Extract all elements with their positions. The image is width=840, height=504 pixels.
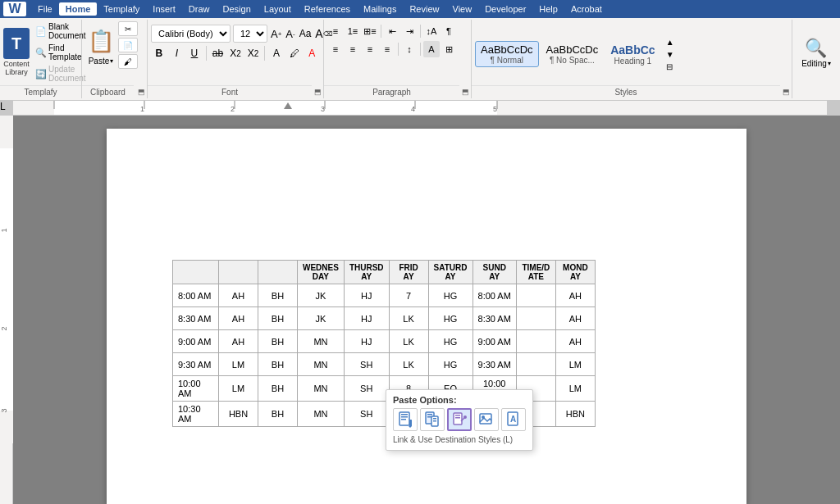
svg-rect-32 <box>455 415 460 416</box>
cut-button[interactable]: ✂ <box>118 21 138 36</box>
svg-rect-23 <box>409 420 412 426</box>
increase-font-size-button[interactable]: A+ <box>270 25 282 43</box>
svg-text:2: 2 <box>0 326 8 330</box>
cell-mon-2: AH <box>555 307 595 330</box>
content-library-button[interactable]: T Content Library <box>3 28 30 77</box>
paste-dropdown-icon[interactable]: ▾ <box>110 57 113 65</box>
clipboard-expand-icon[interactable]: ⬒ <box>135 86 147 98</box>
cell-sun-3: 9:00 AM <box>472 330 516 353</box>
multilevel-list-button[interactable]: ⊞≡ <box>362 23 378 39</box>
styles-scroll-up[interactable]: ▲ <box>664 36 676 48</box>
shading-button[interactable]: A <box>423 41 440 57</box>
text-effects-button[interactable]: A <box>268 44 285 62</box>
style-heading1[interactable]: AaBbCc Heading 1 <box>605 42 660 67</box>
menu-review[interactable]: Review <box>403 2 445 16</box>
cell-c1-3: AH <box>219 330 258 353</box>
paste-opt-link-dest[interactable] <box>447 408 472 431</box>
update-document-button[interactable]: 🔄 Update Document <box>33 64 89 84</box>
cell-c1-2: AH <box>219 307 258 330</box>
paste-opt-keep-source[interactable] <box>393 408 418 431</box>
blank-document-button[interactable]: 📄 Blank Document <box>33 21 89 41</box>
svg-rect-29 <box>433 418 436 420</box>
find-template-icon: 🔍 <box>35 48 47 58</box>
cell-fri-1: 7 <box>389 284 428 307</box>
cell-mon-5: LM <box>555 376 595 402</box>
subscript-button[interactable]: X2 <box>227 44 244 62</box>
svg-rect-22 <box>401 419 406 420</box>
svg-rect-33 <box>455 417 460 419</box>
table-header-monday: MONDAY <box>555 261 595 284</box>
paste-options-title: Paste Options: <box>393 395 526 405</box>
ruler-left-corner[interactable]: L <box>0 101 13 115</box>
copy-button[interactable]: 📄 <box>118 38 138 52</box>
highlight-button[interactable]: 🖊 <box>286 44 303 62</box>
menu-mailings[interactable]: Mailings <box>357 2 403 16</box>
content-library-label: Content Library <box>3 61 30 77</box>
menu-references[interactable]: References <box>298 2 357 16</box>
menu-layout[interactable]: Layout <box>258 2 298 16</box>
style-no-spacing[interactable]: AaBbCcDc ¶ No Spac... <box>541 42 604 66</box>
italic-button[interactable]: I <box>169 44 185 62</box>
font-color-button[interactable]: A <box>304 44 320 62</box>
ribbon-group-paragraph: ≡ 1≡ ⊞≡ ⇤ ⇥ ↕A ¶ ≡ ≡ ≡ ≡ <box>324 20 472 98</box>
style-normal[interactable]: AaBbCcDc ¶ Normal <box>475 41 539 67</box>
decrease-font-size-button[interactable]: A- <box>285 25 295 43</box>
align-left-button[interactable]: ≡ <box>327 41 344 57</box>
sort-button[interactable]: ↕A <box>423 23 440 39</box>
bullets-button[interactable]: ≡ <box>327 23 344 39</box>
strikethrough-button[interactable]: ab <box>210 44 226 62</box>
show-hide-button[interactable]: ¶ <box>441 23 457 39</box>
paste-opt-keep-text[interactable]: A <box>501 408 526 431</box>
menu-view[interactable]: View <box>446 2 479 16</box>
font-name-select[interactable]: Calibri (Body) <box>151 25 231 43</box>
paste-icon: 📋 <box>87 25 115 57</box>
svg-point-34 <box>463 415 467 419</box>
bold-button[interactable]: B <box>151 44 167 62</box>
menu-templafy[interactable]: Templafy <box>97 2 146 16</box>
editing-button[interactable]: 🔍 Editing ▾ <box>798 34 834 71</box>
align-right-button[interactable]: ≡ <box>362 41 378 57</box>
paste-opt-merge-format[interactable] <box>420 408 445 431</box>
menu-help[interactable]: Help <box>532 2 564 16</box>
menu-developer[interactable]: Developer <box>478 2 532 16</box>
style-heading1-label: Heading 1 <box>614 57 652 66</box>
menu-home[interactable]: Home <box>59 2 98 16</box>
editing-dropdown-icon[interactable]: ▾ <box>828 60 831 67</box>
line-spacing-button[interactable]: ↕ <box>401 41 418 57</box>
left-ruler: 1 2 3 <box>0 116 13 504</box>
ruler-main: 1 2 3 4 5 <box>13 101 827 115</box>
templafy-group-label: Templafy <box>0 85 81 98</box>
paste-opt-picture[interactable] <box>474 408 499 431</box>
align-center-button[interactable]: ≡ <box>345 41 361 57</box>
borders-button[interactable]: ⊞ <box>441 41 457 57</box>
menu-file[interactable]: File <box>31 2 59 16</box>
svg-rect-15 <box>0 148 13 411</box>
paste-button[interactable]: 📋 Paste ▾ <box>85 24 116 67</box>
underline-button[interactable]: U <box>186 44 203 62</box>
font-size-select[interactable]: 12 <box>233 25 267 43</box>
menu-draw[interactable]: Draw <box>182 2 217 16</box>
format-painter-button[interactable]: 🖌 <box>118 54 138 69</box>
superscript-button[interactable]: X2 <box>245 44 262 62</box>
menu-acrobat[interactable]: Acrobat <box>564 2 609 16</box>
table-header-empty3 <box>258 261 298 284</box>
styles-expand[interactable]: ⊟ <box>664 61 676 73</box>
paste-label-row: Paste ▾ <box>89 57 114 66</box>
menu-insert[interactable]: Insert <box>146 2 182 16</box>
justify-button[interactable]: ≡ <box>379 41 395 57</box>
styles-scroll-down[interactable]: ▼ <box>664 48 676 61</box>
style-no-spacing-text: AaBbCcDc <box>546 43 599 56</box>
paragraph-expand-icon[interactable]: ⬒ <box>459 86 471 98</box>
increase-indent-button[interactable]: ⇥ <box>401 23 418 39</box>
svg-rect-26 <box>427 414 432 415</box>
table-header-empty1 <box>173 261 219 284</box>
find-template-button[interactable]: 🔍 Find Template <box>33 43 89 62</box>
numbering-button[interactable]: 1≡ <box>345 23 361 39</box>
font-expand-icon[interactable]: ⬒ <box>312 86 323 98</box>
font-group-label: Font <box>148 85 312 98</box>
change-case-button[interactable]: Aa <box>299 25 313 43</box>
cell-c2-3: BH <box>258 330 298 353</box>
menu-design[interactable]: Design <box>217 2 258 16</box>
decrease-indent-button[interactable]: ⇤ <box>384 23 400 39</box>
styles-expand-icon[interactable]: ⬒ <box>780 86 792 98</box>
